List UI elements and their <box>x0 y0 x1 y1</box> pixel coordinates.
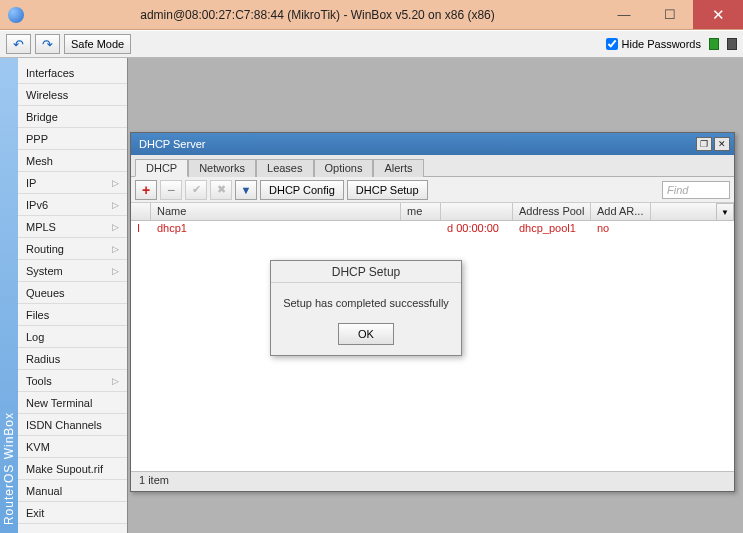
dhcp-statusbar: 1 item <box>131 471 734 491</box>
close-button[interactable]: ✕ <box>693 0 743 29</box>
dialog-message: Setup has completed successfully <box>281 297 451 309</box>
column-header[interactable]: Add AR... <box>591 203 651 220</box>
sidebar-item-mesh[interactable]: Mesh <box>18 150 127 172</box>
tab-options[interactable]: Options <box>314 159 374 177</box>
column-header[interactable]: me <box>401 203 441 220</box>
dhcp-window-title: DHCP Server <box>139 138 694 150</box>
redo-button[interactable]: ↷ <box>35 34 60 54</box>
sidebar-item-label: Manual <box>26 485 62 497</box>
sidebar-item-tools[interactable]: Tools▷ <box>18 370 127 392</box>
filter-button[interactable]: ▼ <box>235 180 257 200</box>
dhcp-window-titlebar[interactable]: DHCP Server ❐ ✕ <box>131 133 734 155</box>
sidebar-item-label: Exit <box>26 507 44 519</box>
funnel-icon: ▼ <box>241 184 252 196</box>
sidebar-item-files[interactable]: Files <box>18 304 127 326</box>
column-header[interactable]: Address Pool <box>513 203 591 220</box>
cell <box>401 221 441 238</box>
dhcp-config-button[interactable]: DHCP Config <box>260 180 344 200</box>
tab-leases[interactable]: Leases <box>256 159 313 177</box>
sidebar-item-label: KVM <box>26 441 50 453</box>
undo-icon: ↶ <box>13 37 24 52</box>
sidebar-item-wireless[interactable]: Wireless <box>18 84 127 106</box>
tab-alerts[interactable]: Alerts <box>373 159 423 177</box>
column-header[interactable] <box>131 203 151 220</box>
chevron-right-icon: ▷ <box>112 178 119 188</box>
dhcp-window-restore-button[interactable]: ❐ <box>696 137 712 151</box>
table-row[interactable]: Idhcp1d 00:00:00dhcp_pool1no <box>131 221 734 238</box>
find-input[interactable]: Find <box>662 181 730 199</box>
sidebar-item-label: Wireless <box>26 89 68 101</box>
hide-passwords-checkbox[interactable] <box>606 38 618 50</box>
sidebar-brand: RouterOS WinBox <box>0 58 18 533</box>
dhcp-tabs: DHCPNetworksLeasesOptionsAlerts <box>131 155 734 177</box>
sidebar-item-manual[interactable]: Manual <box>18 480 127 502</box>
enable-button[interactable]: ✔ <box>185 180 207 200</box>
sidebar-item-radius[interactable]: Radius <box>18 348 127 370</box>
check-icon: ✔ <box>192 183 201 196</box>
dhcp-setup-dialog: DHCP Setup Setup has completed successfu… <box>270 260 462 356</box>
maximize-button[interactable]: ☐ <box>647 0 693 29</box>
safe-mode-button[interactable]: Safe Mode <box>64 34 131 54</box>
window-title: admin@08:00:27:C7:88:44 (MikroTik) - Win… <box>34 8 601 22</box>
sidebar-item-new-terminal[interactable]: New Terminal <box>18 392 127 414</box>
sidebar-item-label: Queues <box>26 287 65 299</box>
columns-dropdown-button[interactable]: ▼ <box>716 203 734 221</box>
sidebar-item-isdn-channels[interactable]: ISDN Channels <box>18 414 127 436</box>
main-toolbar: ↶ ↷ Safe Mode Hide Passwords <box>0 30 743 58</box>
hide-passwords-toggle[interactable]: Hide Passwords <box>606 38 701 50</box>
sidebar-item-interfaces[interactable]: Interfaces <box>18 62 127 84</box>
chevron-right-icon: ▷ <box>112 376 119 386</box>
cell: d 00:00:00 <box>441 221 513 238</box>
sidebar-item-ip[interactable]: IP▷ <box>18 172 127 194</box>
undo-button[interactable]: ↶ <box>6 34 31 54</box>
redo-icon: ↷ <box>42 37 53 52</box>
sidebar-item-label: Radius <box>26 353 60 365</box>
dhcp-toolbar: + − ✔ ✖ ▼ DHCP Config DHCP Setup Find <box>131 177 734 203</box>
sidebar-item-routing[interactable]: Routing▷ <box>18 238 127 260</box>
sidebar-item-kvm[interactable]: KVM <box>18 436 127 458</box>
secure-indicator-icon <box>709 38 719 50</box>
sidebar-item-label: IPv6 <box>26 199 48 211</box>
cross-icon: ✖ <box>217 183 226 196</box>
chevron-right-icon: ▷ <box>112 200 119 210</box>
chevron-right-icon: ▷ <box>112 222 119 232</box>
sidebar-item-label: ISDN Channels <box>26 419 102 431</box>
sidebar-item-label: Interfaces <box>26 67 74 79</box>
cell: dhcp_pool1 <box>513 221 591 238</box>
chevron-right-icon: ▷ <box>112 266 119 276</box>
sidebar-item-system[interactable]: System▷ <box>18 260 127 282</box>
sidebar-item-label: System <box>26 265 63 277</box>
sidebar-item-ipv6[interactable]: IPv6▷ <box>18 194 127 216</box>
sidebar-item-label: New Terminal <box>26 397 92 409</box>
tab-dhcp[interactable]: DHCP <box>135 159 188 177</box>
sidebar-item-label: Mesh <box>26 155 53 167</box>
remove-button[interactable]: − <box>160 180 182 200</box>
minus-icon: − <box>167 182 175 198</box>
sidebar-item-bridge[interactable]: Bridge <box>18 106 127 128</box>
dialog-ok-button[interactable]: OK <box>338 323 394 345</box>
minimize-button[interactable]: — <box>601 0 647 29</box>
window-titlebar: admin@08:00:27:C7:88:44 (MikroTik) - Win… <box>0 0 743 30</box>
column-header[interactable] <box>441 203 513 220</box>
sidebar-item-mpls[interactable]: MPLS▷ <box>18 216 127 238</box>
dhcp-setup-button[interactable]: DHCP Setup <box>347 180 428 200</box>
sidebar-item-label: MPLS <box>26 221 56 233</box>
grid-header: NamemeAddress PoolAdd AR... <box>131 203 734 221</box>
main-area: RouterOS WinBox InterfacesWirelessBridge… <box>0 58 743 533</box>
hide-passwords-label: Hide Passwords <box>622 38 701 50</box>
dialog-title: DHCP Setup <box>271 261 461 283</box>
add-button[interactable]: + <box>135 180 157 200</box>
sidebar-item-queues[interactable]: Queues <box>18 282 127 304</box>
sidebar-item-exit[interactable]: Exit <box>18 502 127 524</box>
sidebar-item-label: Tools <box>26 375 52 387</box>
cell: I <box>131 221 151 238</box>
sidebar-menu: InterfacesWirelessBridgePPPMeshIP▷IPv6▷M… <box>18 58 127 533</box>
column-header[interactable]: Name <box>151 203 401 220</box>
sidebar-item-make-supout-rif[interactable]: Make Supout.rif <box>18 458 127 480</box>
disable-button[interactable]: ✖ <box>210 180 232 200</box>
dhcp-window-close-button[interactable]: ✕ <box>714 137 730 151</box>
sidebar-item-ppp[interactable]: PPP <box>18 128 127 150</box>
tab-networks[interactable]: Networks <box>188 159 256 177</box>
sidebar-item-log[interactable]: Log <box>18 326 127 348</box>
sidebar-item-label: Files <box>26 309 49 321</box>
